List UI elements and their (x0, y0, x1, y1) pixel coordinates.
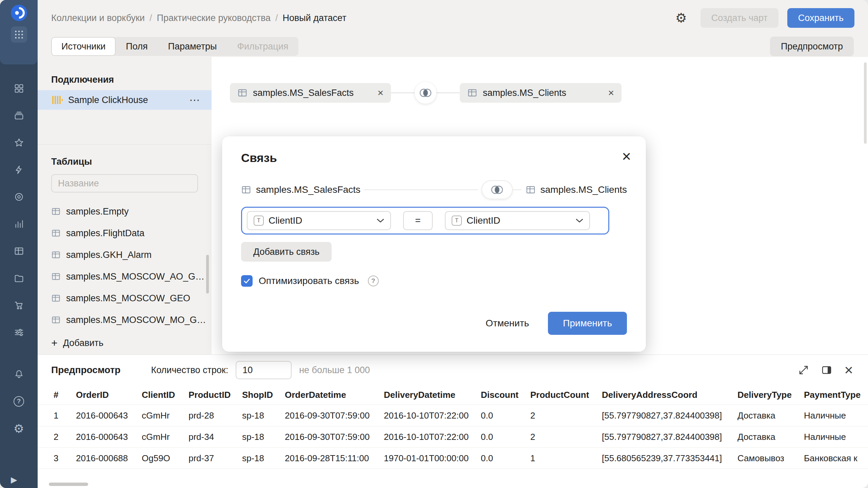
left-rail: ? ⚙ ▶ (0, 0, 38, 488)
preview-cell: [55.797790827,37.824400398] (602, 410, 737, 421)
table-item-label: samples.GKH_Alarm (66, 250, 152, 260)
apply-button[interactable]: Применить (548, 312, 627, 335)
canvas-scrollbar[interactable] (864, 62, 867, 144)
panel-scrollbar[interactable] (206, 255, 209, 293)
operator-select[interactable]: = (403, 211, 433, 230)
cart-icon[interactable] (13, 299, 25, 311)
connection-item-sample-clickhouse[interactable]: Sample ClickHouse ⋯ (38, 90, 212, 110)
close-icon[interactable]: × (377, 88, 383, 98)
side-panel-icon[interactable] (821, 365, 832, 375)
join-type-icon[interactable] (415, 82, 436, 104)
tab-fields[interactable]: Поля (116, 37, 158, 56)
table-chip-clients[interactable]: samples.MS_Clients × (460, 83, 622, 103)
tab-parameters[interactable]: Параметры (158, 37, 227, 56)
collapse-play-icon[interactable]: ▶ (11, 475, 17, 485)
table-list-item[interactable]: samples.Empty (38, 201, 212, 222)
tables-search-input[interactable] (51, 174, 198, 192)
preview-body: 12016-000643cGmHrprd-28sp-182016-09-30T0… (38, 405, 868, 469)
tables-list: samples.Empty samples.FlightData samples… (38, 201, 212, 331)
preview-column-header: Discount (481, 390, 530, 400)
breadcrumb-collections[interactable]: Коллекции и воркбуки (51, 13, 145, 23)
bolt-icon[interactable] (13, 164, 25, 176)
breadcrumb-current: Новый датасет (282, 13, 346, 23)
table-item-label: samples.MS_MOSCOW_GEO (66, 293, 190, 304)
left-field-select[interactable]: T ClientID (247, 211, 391, 230)
horizontal-scrollbar[interactable] (49, 483, 88, 486)
optimize-label: Оптимизировать связь (259, 276, 359, 286)
breadcrumb-workbook[interactable]: Практические руководства (157, 13, 270, 23)
apps-grid-icon[interactable] (11, 26, 27, 43)
preview-cell: sp-18 (242, 453, 285, 464)
help-icon[interactable]: ? (13, 395, 25, 407)
tab-filtering: Фильтрация (227, 37, 299, 56)
connection-menu-icon[interactable]: ⋯ (189, 95, 200, 105)
table-icon (51, 315, 61, 325)
modal-left-table: samples.MS_SalesFacts (241, 184, 360, 195)
optimize-checkbox[interactable] (241, 275, 253, 287)
question-glyph: ? (14, 396, 24, 407)
preview-column-header: ShopID (242, 390, 285, 400)
modal-connector-line (364, 189, 478, 190)
table-list-item[interactable]: samples.FlightData (38, 222, 212, 244)
table-icon (51, 272, 61, 281)
settings-gear-icon[interactable]: ⚙ (13, 422, 25, 434)
preview-title: Предпросмотр (51, 365, 120, 375)
table-grid-icon[interactable] (13, 245, 25, 257)
preview-cell: 1 (54, 410, 76, 421)
field-type-icon: T (254, 216, 264, 226)
widgets-icon[interactable] (13, 82, 25, 95)
preview-column-header: OrderID (76, 390, 142, 400)
tab-sources[interactable]: Источники (51, 37, 116, 56)
add-table-button[interactable]: + Добавить (51, 338, 103, 348)
table-list-item[interactable]: samples.GKH_Alarm (38, 244, 212, 266)
preview-cell: cGmHr (142, 432, 189, 442)
topbar-actions: ⚙ Создать чарт Сохранить (675, 8, 854, 28)
datalens-logo[interactable] (10, 4, 28, 22)
close-preview-icon[interactable]: × (844, 364, 853, 376)
clickhouse-icon (51, 94, 63, 106)
table-icon (237, 88, 248, 98)
preview-cell: 2016-09-30T07:59:00 (285, 410, 384, 421)
table-list-item[interactable]: samples.MS_MOSCOW_AO_G… (38, 266, 212, 287)
collections-icon[interactable] (13, 109, 25, 122)
table-chip-salesfacts[interactable]: samples.MS_SalesFacts × (230, 83, 391, 103)
expand-icon[interactable] (798, 365, 809, 375)
table-list-item[interactable]: samples.MS_MOSCOW_GEO (38, 287, 212, 309)
preview-cell: Доставка (737, 410, 804, 421)
rows-count-input[interactable] (236, 361, 292, 379)
folder-icon[interactable] (13, 272, 25, 284)
preview-cell: 0.0 (481, 453, 530, 464)
cancel-button[interactable]: Отменить (477, 312, 538, 335)
bell-icon[interactable] (13, 368, 25, 380)
preview-row: 32016-000688Og59Oprd-37sp-182016-09-28T1… (38, 448, 868, 469)
chart-bars-icon[interactable] (13, 218, 25, 230)
relation-condition-row: T ClientID = T ClientID (241, 207, 609, 235)
help-icon[interactable]: ? (368, 276, 379, 286)
add-link-button[interactable]: Добавить связь (241, 242, 332, 262)
table-item-label: samples.Empty (66, 206, 129, 217)
preview-toggle-button[interactable]: Предпросмотр (770, 37, 854, 56)
preview-actions: × (798, 364, 853, 376)
left-field-value: ClientID (269, 215, 302, 226)
modal-connector-line (513, 189, 521, 190)
table-item-label: samples.MS_MOSCOW_MO_G… (66, 315, 206, 325)
preview-column-header: OrderDatetime (285, 390, 384, 400)
join-type-icon[interactable] (481, 180, 513, 199)
preview-table: #OrderIDClientIDProductIDShopIDOrderDate… (38, 385, 868, 469)
tables-title: Таблицы (51, 157, 92, 167)
sliders-icon[interactable] (13, 326, 25, 339)
save-button[interactable]: Сохранить (787, 8, 854, 28)
target-icon[interactable] (13, 191, 25, 203)
preview-cell: 0.0 (481, 432, 530, 442)
connections-panel: Подключения Sample ClickHouse ⋯ Таблицы … (38, 57, 212, 354)
modal-left-table-label: samples.MS_SalesFacts (256, 184, 360, 195)
right-field-select[interactable]: T ClientID (445, 211, 590, 230)
preview-cell: Наличные (804, 432, 868, 442)
preview-cell: 0.0 (481, 410, 530, 421)
modal-right-table: samples.MS_Clients (526, 184, 627, 195)
close-icon[interactable]: × (622, 148, 631, 164)
dataset-settings-gear-icon[interactable]: ⚙ (675, 12, 687, 24)
star-icon[interactable] (13, 137, 25, 149)
close-icon[interactable]: × (608, 88, 614, 98)
table-list-item[interactable]: samples.MS_MOSCOW_MO_G… (38, 309, 212, 331)
